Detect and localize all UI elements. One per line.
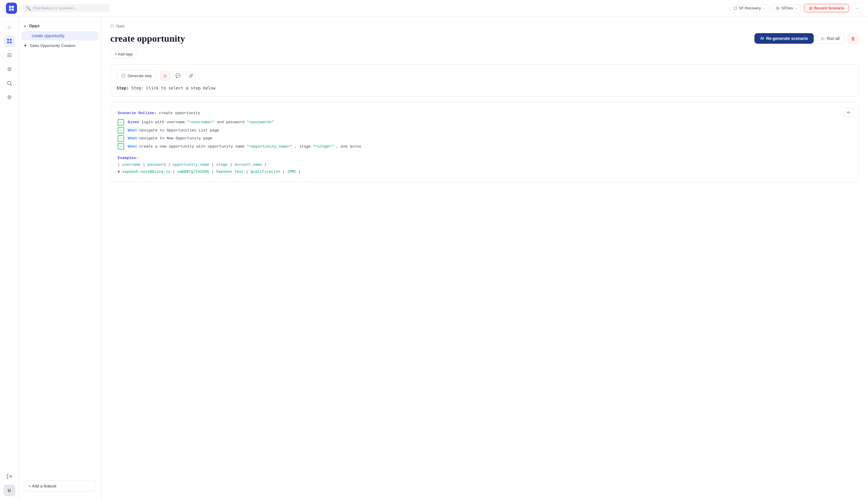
play-icon: ▷ [822, 36, 825, 41]
sidebar-scenario-icon[interactable] [3, 35, 15, 47]
svg-line-12 [10, 85, 12, 86]
scenario-group-sales[interactable]: ▼ Sales Opportunity Creation [19, 41, 100, 50]
examples-section: Examples: | username | password | opport… [118, 154, 851, 175]
step-row-when-3: ✓ When create a new opportunity with opp… [118, 143, 851, 150]
step-checkbox-4: ✓ [118, 143, 124, 150]
delete-button[interactable]: 🗑 [847, 33, 859, 44]
record-step-icon[interactable]: ◎ [160, 71, 170, 81]
feature-group-label: Opps [29, 23, 40, 28]
generate-step-icon: ⬡ [121, 73, 125, 78]
feature-item-create-opportunity[interactable]: create opportunity [21, 31, 98, 41]
sidebar-list-icon[interactable] [3, 49, 15, 61]
svg-rect-3 [12, 8, 14, 10]
svg-point-11 [7, 81, 11, 85]
trash-icon: 🗑 [851, 36, 855, 41]
env2-label: SFDev [781, 6, 793, 10]
examples-keyword: Examples: [118, 156, 138, 160]
regenerate-scenario-button[interactable]: AI Re-generate scenario [754, 33, 814, 44]
generate-step-button[interactable]: ⬡ Generate step [116, 71, 157, 81]
env1-selector[interactable]: ⬡ SF Recovery ⌄ [730, 4, 769, 12]
opps-chevron-up-icon: ▲ [23, 24, 27, 28]
step-panel: ⬡ Generate step ◎ 💬 🔗 Step: Step: Click … [110, 64, 859, 96]
env2-selector[interactable]: ⛗ SFDev ⌄ [772, 4, 801, 12]
feature-sidebar: ▲ Opps create opportunity ▼ Sales Opport… [19, 17, 101, 501]
link-step-icon[interactable]: 🔗 [186, 71, 195, 81]
run-all-button[interactable]: ▷ Run all [817, 33, 845, 44]
search-icon: 🔍 [26, 6, 31, 11]
pencil-icon: ✏ [847, 110, 851, 115]
examples-header-row: | username | password | opportunity_name… [118, 161, 851, 168]
scenario-group-label: Sales Opportunity Creation [30, 43, 75, 48]
sidebar-config-icon[interactable]: ⚙ [3, 92, 15, 103]
breadcrumb-icon: ⬡ [110, 23, 114, 28]
svg-rect-5 [10, 39, 11, 41]
sidebar-user-avatar[interactable]: U [3, 484, 15, 496]
icon-sidebar: ⌂ ⚙ ⚙ [0, 17, 19, 501]
examples-data-row-1: | sapnesh.naik@blinq.io | owKB$Yg7TeZ69U… [118, 168, 851, 175]
step-placeholder: Step: Step: Click to select a step below [116, 86, 853, 90]
breadcrumb: ⬡ Opps [110, 23, 859, 28]
svg-rect-0 [9, 6, 11, 8]
record-icon: ◎ [809, 6, 812, 10]
record-scenario-button[interactable]: ◎ Record Scenario [804, 4, 849, 12]
svg-rect-4 [7, 39, 9, 41]
scenario-code: Scenario Outline: create opportunity [118, 110, 851, 175]
step-toolbar: ⬡ Generate step ◎ 💬 🔗 [116, 71, 853, 81]
env2-chevron-icon: ⌄ [795, 7, 797, 10]
page-title: create opportunity [110, 33, 185, 44]
svg-rect-2 [9, 8, 11, 10]
more-options-button[interactable]: ··· [852, 3, 862, 13]
svg-rect-7 [10, 42, 11, 43]
sales-chevron-down-icon: ▼ [23, 43, 27, 48]
edit-scenario-button[interactable]: ✏ [844, 107, 854, 117]
step-checkbox-1: ✓ [118, 119, 124, 126]
chat-step-icon[interactable]: 💬 [173, 71, 182, 81]
step-checkbox-3: ✓ [118, 135, 124, 142]
step-checkbox-2: ✓ [118, 127, 124, 134]
step-row-given: ✓ Given login with username "<username>"… [118, 119, 851, 126]
breadcrumb-label: Opps [116, 24, 125, 28]
sidebar-settings-gear-icon[interactable]: ⚙ [3, 63, 15, 75]
sidebar-home-icon[interactable]: ⌂ [3, 21, 15, 33]
topbar: 🔍 Find feature or scenario... ⬡ SF Recov… [0, 0, 868, 17]
main-content: ⬡ Opps create opportunity AI Re-generate… [101, 17, 868, 501]
add-feature-button[interactable]: + Add a feature [23, 480, 96, 492]
scenario-block: ✏ Scenario Outline: create opportunity [110, 103, 859, 182]
feature-group-opps[interactable]: ▲ Opps [19, 21, 100, 31]
step-row-when-2: ✓ When navigate to New Opportunity page [118, 135, 851, 142]
step-row-when-1: ✓ When navigate to Opportunities List pa… [118, 127, 851, 134]
env1-icon: ⬡ [734, 6, 737, 11]
env2-icon: ⛗ [775, 6, 780, 11]
scenario-outline-keyword: Scenario Outline: [118, 111, 157, 115]
search-placeholder: Find feature or scenario... [33, 6, 77, 10]
page-header: create opportunity AI Re-generate scenar… [110, 33, 859, 44]
sidebar-search-icon[interactable] [3, 77, 15, 89]
env1-chevron-icon: ⌄ [763, 7, 765, 10]
env1-label: SF Recovery [739, 6, 761, 10]
add-tags-button[interactable]: + Add tags [110, 50, 137, 58]
scenario-outline-name: create opportunity [159, 111, 200, 115]
svg-rect-6 [7, 42, 9, 43]
global-search[interactable]: 🔍 Find feature or scenario... [22, 4, 110, 12]
header-actions: AI Re-generate scenario ▷ Run all 🗑 [754, 33, 859, 44]
sidebar-logout-icon[interactable] [3, 470, 15, 482]
svg-rect-1 [12, 6, 14, 8]
ai-icon: AI [760, 36, 764, 41]
app-logo[interactable] [6, 3, 17, 14]
